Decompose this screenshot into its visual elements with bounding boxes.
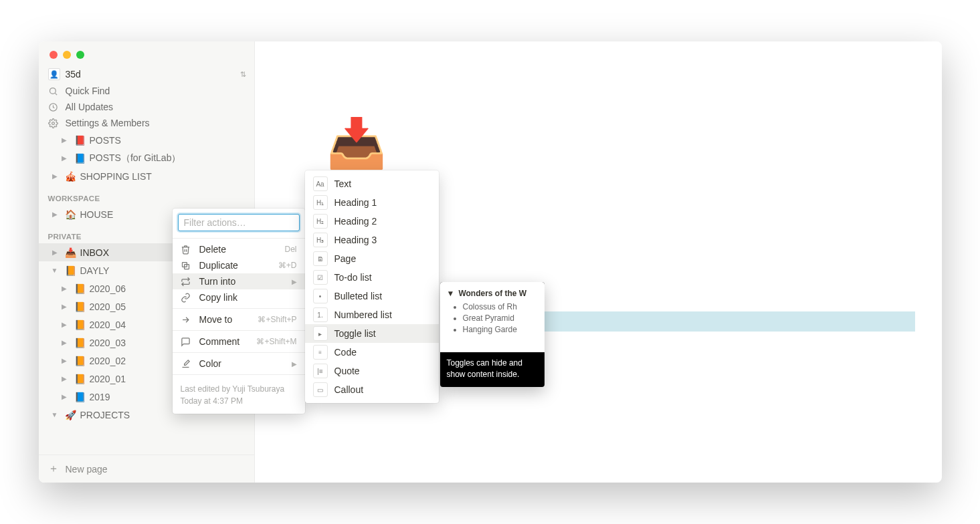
- submenu-item-h3[interactable]: H₃ Heading 3: [305, 231, 439, 249]
- submenu-item-code[interactable]: ≡ Code: [305, 343, 439, 362]
- move-icon: [181, 315, 193, 325]
- block-actions-menu: Delete Del Duplicate ⌘+D Turn into ▶ Cop…: [173, 209, 305, 414]
- submenu-item-label: To-do list: [334, 272, 372, 283]
- page-emoji-icon: 📙: [74, 338, 87, 348]
- search-icon: [48, 86, 59, 96]
- svg-point-3: [52, 122, 55, 124]
- chevron-down-icon: ▼: [48, 411, 62, 418]
- sidebar-item-shopping-list[interactable]: ▶ 🎪 SHOPPING LIST: [39, 167, 254, 185]
- chevron-updown-icon: ⇅: [240, 70, 246, 79]
- last-edited-time: Today at 4:37 PM: [181, 395, 297, 407]
- chevron-right-icon: ▶: [58, 357, 71, 364]
- sidebar-item-label: INBOX: [80, 247, 110, 258]
- submenu-item-label: Numbered list: [334, 309, 392, 320]
- quick-find[interactable]: Quick Find: [39, 83, 254, 99]
- submenu-item-page[interactable]: 🗎 Page: [305, 249, 439, 268]
- keyboard-shortcut: Del: [284, 245, 296, 254]
- chevron-right-icon: ▶: [58, 303, 71, 310]
- submenu-item-label: Heading 2: [334, 216, 377, 227]
- minimize-icon[interactable]: [63, 51, 71, 59]
- code-block-icon: ≡: [313, 345, 328, 360]
- sidebar-item-posts-gitlab[interactable]: ▶ 📘 POSTS（for GitLab）: [39, 149, 254, 167]
- sidebar-item-label: 2020_04: [90, 319, 126, 330]
- menu-footer: Last edited by Yuji Tsuburaya Today at 4…: [173, 378, 305, 410]
- quick-find-label: Quick Find: [66, 86, 110, 96]
- sidebar-item-label: 2020_01: [90, 374, 126, 384]
- menu-item-label: Turn into: [199, 276, 285, 287]
- chevron-right-icon: ▶: [292, 360, 297, 368]
- submenu-item-callout[interactable]: ▭ Callout: [305, 380, 439, 399]
- page-emoji-icon: 📙: [74, 374, 87, 384]
- last-edited-by: Last edited by Yuji Tsuburaya: [181, 383, 297, 395]
- page-emoji-icon: 📥: [64, 247, 78, 258]
- submenu-item-label: Bulleted list: [334, 291, 383, 301]
- menu-item-label: Delete: [199, 244, 278, 255]
- menu-item-comment[interactable]: Comment ⌘+Shift+M: [173, 334, 305, 350]
- text-block-icon: Aa: [313, 176, 328, 191]
- submenu-item-toggle[interactable]: ▸ Toggle list: [305, 324, 439, 343]
- all-updates[interactable]: All Updates: [39, 99, 254, 115]
- submenu-item-h1[interactable]: H₁ Heading 1: [305, 193, 439, 212]
- block-selection-highlight: [543, 311, 915, 332]
- workspace-avatar-icon: 👤: [48, 68, 60, 80]
- page-emoji-icon: 📙: [74, 283, 87, 294]
- submenu-item-h2[interactable]: H₂ Heading 2: [305, 212, 439, 231]
- block-preview-tooltip: ▼ Wonders of the W Colossus of Rh Great …: [440, 282, 545, 387]
- page-emoji-icon: 📙: [74, 356, 87, 366]
- menu-item-label: Duplicate: [199, 260, 272, 271]
- menu-item-turn-into[interactable]: Turn into ▶: [173, 273, 305, 289]
- workspace-section-label: WORKSPACE: [39, 185, 254, 205]
- page-emoji-icon: 📕: [74, 135, 87, 146]
- submenu-item-bulleted[interactable]: • Bulleted list: [305, 287, 439, 305]
- menu-item-delete[interactable]: Delete Del: [173, 241, 305, 257]
- submenu-item-label: Code: [334, 347, 357, 358]
- keyboard-shortcut: ⌘+Shift+M: [256, 337, 296, 346]
- chevron-right-icon: ▶: [58, 154, 71, 162]
- sidebar-item-label: POSTS: [90, 135, 121, 146]
- numbered-block-icon: 1.: [313, 307, 328, 322]
- page-emoji-icon: 🎪: [64, 171, 78, 182]
- workspace-switcher[interactable]: 👤 35d ⇅: [39, 66, 254, 83]
- settings-members-label: Settings & Members: [66, 118, 150, 128]
- submenu-item-label: Heading 1: [334, 197, 377, 208]
- menu-item-label: Color: [199, 358, 285, 369]
- submenu-item-quote[interactable]: |≡ Quote: [305, 362, 439, 380]
- comment-icon: [181, 337, 193, 347]
- menu-item-move-to[interactable]: Move to ⌘+Shift+P: [173, 311, 305, 328]
- chevron-right-icon: ▶: [58, 375, 71, 382]
- submenu-item-label: Callout: [334, 384, 364, 395]
- menu-item-color[interactable]: Color ▶: [173, 356, 305, 372]
- filter-actions-input[interactable]: [178, 214, 300, 231]
- toggle-block-icon: ▸: [313, 326, 328, 341]
- close-icon[interactable]: [50, 51, 58, 59]
- submenu-item-label: Toggle list: [334, 328, 376, 339]
- link-icon: [181, 293, 193, 303]
- chevron-right-icon: ▶: [48, 249, 62, 256]
- submenu-item-text[interactable]: Aa Text: [305, 174, 439, 193]
- menu-item-duplicate[interactable]: Duplicate ⌘+D: [173, 257, 305, 273]
- chevron-right-icon: ▶: [58, 339, 71, 346]
- page-emoji-icon: 📘: [74, 392, 87, 402]
- sidebar-item-label: DAYLY: [80, 265, 110, 276]
- page-emoji-icon: 🚀: [64, 410, 78, 420]
- submenu-item-todo[interactable]: ☑ To-do list: [305, 268, 439, 287]
- quote-block-icon: |≡: [313, 364, 328, 378]
- preview-bullet: Hanging Garde: [463, 325, 538, 334]
- submenu-item-numbered[interactable]: 1. Numbered list: [305, 305, 439, 324]
- new-page-button[interactable]: ＋ New page: [39, 454, 254, 483]
- preview-bullet: Colossus of Rh: [463, 302, 538, 311]
- page-emoji-icon: 📘: [74, 153, 87, 164]
- page-icon[interactable]: 📥: [326, 115, 387, 172]
- page-block-icon: 🗎: [313, 251, 328, 266]
- settings-members[interactable]: Settings & Members: [39, 115, 254, 131]
- traffic-lights: [50, 51, 84, 59]
- chevron-down-icon: ▼: [447, 289, 455, 298]
- page-emoji-icon: 📙: [64, 265, 78, 276]
- maximize-icon[interactable]: [76, 51, 84, 59]
- menu-item-copy-link[interactable]: Copy link: [173, 289, 305, 305]
- preview-illustration: ▼ Wonders of the W Colossus of Rh Great …: [440, 282, 545, 352]
- sidebar-item-posts[interactable]: ▶ 📕 POSTS: [39, 131, 254, 149]
- plus-icon: ＋: [48, 462, 59, 476]
- preview-title: Wonders of the W: [458, 289, 526, 298]
- sidebar-item-label: 2020_02: [90, 356, 126, 366]
